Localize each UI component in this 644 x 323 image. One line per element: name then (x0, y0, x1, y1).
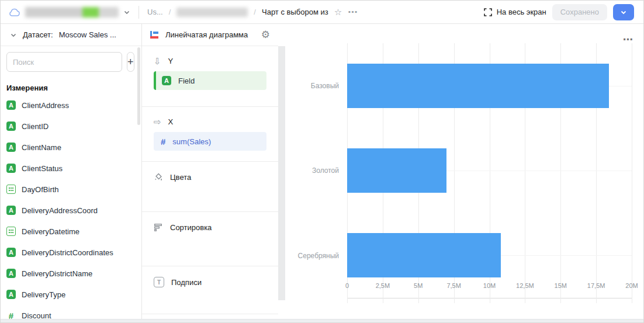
dataset-field-item[interactable]: A DeliveryAddressCoord (1, 200, 141, 221)
field-name: DayOfBirth (22, 185, 59, 194)
field-search-row: + (1, 46, 141, 78)
chart-type-header: Линейчатая диаграмма ⚙ (142, 24, 278, 46)
gear-icon[interactable]: ⚙ (261, 30, 270, 40)
axis-tick-label: 7,5M (446, 282, 461, 289)
section-labels[interactable]: T Подписи (142, 266, 278, 314)
x-chip-label: sum(Sales) (172, 137, 211, 146)
dataset-field-item[interactable]: A ClientName (1, 137, 141, 158)
fields-list: A ClientAddress A ClientID A ClientName … (1, 93, 141, 323)
axis-tick-label: 20M (625, 282, 638, 289)
category-label: Базовый (285, 43, 347, 128)
dataset-field-item[interactable]: DayOfBirth (1, 179, 141, 200)
chevron-down-icon (123, 9, 130, 16)
datalens-wizard-window: Us... / / Чарт с выбором из ☆ ⋯ На весь … (0, 0, 644, 323)
saved-button[interactable]: Сохранено (552, 4, 607, 20)
y-field-chip[interactable]: A Field (154, 71, 266, 90)
arrow-right-icon: ⇨ (154, 117, 161, 126)
visualization-config-panel: Линейчатая диаграмма ⚙ ⇩ Y A Field ⇨ X (142, 24, 278, 323)
chart-type-label[interactable]: Линейчатая диаграмма (165, 30, 248, 39)
section-x: ⇨ X # sum(Sales) (142, 107, 278, 162)
add-field-button[interactable]: + (127, 52, 134, 72)
string-field-icon: A (6, 248, 16, 257)
axis-tick-label: 10M (483, 282, 496, 289)
chevron-down-icon (10, 32, 17, 39)
dataset-field-item[interactable]: A ClientAddress (1, 95, 141, 116)
paint-bucket-icon (154, 172, 163, 182)
date-field-icon (6, 185, 16, 194)
axis-tick-label: 0 (345, 282, 349, 289)
axis-tick-label: 5M (414, 282, 423, 289)
axis-tick-label: 17,5M (587, 282, 605, 289)
redacted-breadcrumb-item[interactable] (176, 8, 248, 17)
fullscreen-button[interactable]: На весь экран (484, 8, 546, 16)
dataset-field-item[interactable]: A DeliveryDistrictCoordinates (1, 242, 141, 263)
dataset-field-item[interactable]: A DeliveryDistrictName (1, 263, 141, 284)
field-name: ClientID (22, 122, 49, 131)
dataset-field-item[interactable]: DeliveryDatetime (1, 221, 141, 242)
section-y: ⇩ Y A Field (142, 46, 278, 107)
panel-splitter[interactable] (278, 24, 285, 323)
redacted-workspace-name (25, 7, 119, 18)
value-axis: 02,5M5M7,5M10M12,5M15M17,5M20M (347, 282, 632, 290)
field-name: DeliveryDistrictCoordinates (22, 248, 113, 257)
dataset-field-item[interactable]: A ClientStatus (1, 158, 141, 179)
fullscreen-label: На весь экран (497, 8, 546, 16)
search-input[interactable] (6, 52, 122, 72)
dataset-field-item[interactable]: A ClientID (1, 116, 141, 137)
dataset-selector[interactable]: Датасет: Moscow Sales ... (1, 24, 141, 46)
plot-area (347, 43, 632, 298)
field-name: ClientAddress (22, 101, 69, 110)
horizontal-scrollbar[interactable] (1, 319, 643, 322)
chart-bar[interactable] (347, 64, 609, 108)
chart-category-row (347, 43, 632, 128)
axis-tick-label: 2,5M (376, 282, 390, 289)
text-labels-icon: T (154, 277, 164, 287)
chart-preview-panel: ⋯ БазовыйЗолотойСеребряный 02,5M5M7,5M10… (285, 24, 643, 323)
dataset-name[interactable]: Moscow Sales ... (59, 30, 116, 39)
axis-tick-label: 15M (555, 282, 567, 289)
workspace-selector[interactable] (9, 7, 130, 18)
dataset-label: Датасет: (23, 30, 53, 39)
string-field-icon: A (6, 164, 16, 173)
dataset-field-item[interactable]: A DeliveryType (1, 284, 141, 305)
save-dropdown-button[interactable] (613, 4, 634, 20)
chart-title: Чарт с выбором из (262, 8, 328, 16)
string-field-icon: A (6, 143, 16, 152)
colors-section-label: Цвета (170, 173, 191, 182)
field-name: DeliveryDistrictName (22, 269, 92, 278)
category-label: Золотой (285, 128, 347, 214)
top-header-bar: Us... / / Чарт с выбором из ☆ ⋯ На весь … (1, 1, 643, 24)
gridline (632, 43, 632, 303)
chart-bar[interactable] (347, 233, 501, 277)
favorite-star-icon[interactable]: ☆ (334, 8, 342, 16)
x-field-chip[interactable]: # sum(Sales) (154, 132, 266, 151)
string-field-icon: A (6, 121, 16, 131)
category-axis: БазовыйЗолотойСеребряный (285, 43, 347, 298)
breadcrumb-separator: / (254, 8, 256, 16)
header-actions: На весь экран Сохранено (484, 4, 634, 20)
dataset-panel: Датасет: Moscow Sales ... + Измерения A … (1, 24, 142, 323)
plot-area-wrap: БазовыйЗолотойСеребряный 02,5M5M7,5M10M1… (285, 43, 643, 298)
field-name: ClientStatus (22, 164, 63, 173)
x-section-label: X (168, 117, 174, 126)
field-name: DeliveryType (22, 290, 65, 299)
fullscreen-icon (484, 8, 492, 16)
arrow-down-icon: ⇩ (154, 57, 161, 65)
chart-bar[interactable] (347, 148, 446, 193)
date-field-icon (6, 227, 16, 236)
chevron-down-icon (620, 9, 627, 16)
number-field-icon: # (161, 137, 165, 147)
breadcrumb-separator: / (169, 8, 171, 16)
field-name: DeliveryDatetime (22, 227, 79, 236)
header-divider (139, 6, 139, 19)
sort-icon (154, 223, 163, 232)
section-sort[interactable]: Сортировка (142, 212, 278, 266)
fields-scrollbar[interactable] (137, 47, 140, 125)
more-actions-icon[interactable]: ⋯ (348, 6, 358, 18)
breadcrumb-item-users[interactable]: Us... (147, 8, 163, 16)
string-field-icon: A (162, 76, 171, 85)
chart-category-row (347, 128, 632, 213)
section-colors[interactable]: Цвета (142, 162, 278, 212)
breadcrumb: Us... / / Чарт с выбором из ☆ ⋯ (147, 6, 358, 18)
y-chip-label: Field (178, 77, 195, 85)
